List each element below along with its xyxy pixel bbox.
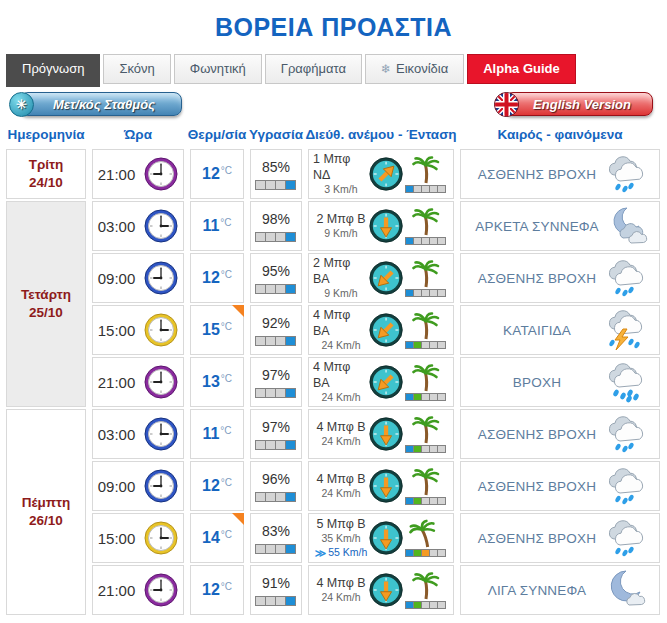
weather-label: ΑΣΘΕΝΗΣ ΒΡΟΧΗ <box>471 271 603 286</box>
weather-label: ΑΣΘΕΝΗΣ ΒΡΟΧΗ <box>471 167 603 182</box>
tab-1[interactable]: Πρόγνωση <box>6 54 100 87</box>
wind-bft-label: 4 Μπφ Β <box>316 471 365 487</box>
compass-icon <box>369 519 403 557</box>
temp-value: 15 <box>202 321 220 339</box>
humidity-value: 83% <box>262 523 290 539</box>
humidity-bar <box>256 284 296 294</box>
time-cell: 21:00 <box>92 149 184 199</box>
wind-intensity-bar <box>406 185 446 193</box>
wind-speed-label: 3 Km/h <box>324 183 357 197</box>
clock-icon <box>144 209 178 243</box>
compass-icon <box>369 415 403 453</box>
humidity-bar <box>256 596 296 606</box>
station-button-label: Μετ/κός Σταθμός <box>53 97 155 112</box>
compass-icon <box>369 571 403 609</box>
wind-bft-label: 4 Μπφ ΒΑ <box>313 359 369 392</box>
humidity-value: 96% <box>262 471 290 487</box>
weather-cell: ΑΣΘΕΝΗΣ ΒΡΟΧΗ <box>460 409 660 459</box>
weather-cell: ΚΑΤΑΙΓΙΔΑ <box>460 305 660 355</box>
tab-4[interactable]: Γραφήματα <box>265 54 362 84</box>
humidity-bar <box>256 180 296 190</box>
header-weather: Καιρός - φαινόμενα <box>460 121 660 147</box>
time-label: 21:00 <box>98 374 136 391</box>
compass-icon <box>369 467 403 505</box>
wind-gust: ≫55 Km/h <box>315 546 368 560</box>
temperature-cell: 15 °C <box>190 305 244 355</box>
tab-label: Φωνητική <box>190 61 246 76</box>
wind-gust-label: 55 Km/h <box>328 546 367 560</box>
temperature-cell: 13 °C <box>190 357 244 407</box>
humidity-cell: 92% <box>250 305 302 355</box>
palm-tree-icon <box>412 156 440 184</box>
clock-icon <box>144 313 178 347</box>
wind-cell: 4 Μπφ Β 24 Km/h <box>308 461 454 511</box>
weather-label: ΒΡΟΧΗ <box>471 375 603 390</box>
wind-speed-label: 24 Km/h <box>321 487 360 501</box>
temp-unit: °C <box>221 373 232 384</box>
temp-value: 11 <box>202 217 219 235</box>
humidity-value: 85% <box>262 159 290 175</box>
humidity-bar <box>256 336 296 346</box>
palm-tree-icon <box>412 364 440 392</box>
uk-flag-icon <box>494 92 519 117</box>
header-date: Ημερομηνία <box>6 121 86 147</box>
tab-label: Σκόνη <box>119 61 154 76</box>
date-cell: Τετάρτη 25/10 <box>6 201 86 407</box>
snowflake-icon: ❄ <box>381 62 391 76</box>
weather-label: ΚΑΤΑΙΓΙΔΑ <box>471 323 603 338</box>
temp-value: 12 <box>202 165 220 183</box>
moon-icon <box>603 569 649 611</box>
clock-icon <box>144 573 178 607</box>
weather-cell: ΒΡΟΧΗ <box>460 357 660 407</box>
humidity-cell: 98% <box>250 201 302 251</box>
wind-intensity-bar <box>406 497 446 505</box>
wind-cell: 2 Μπφ Β 9 Km/h <box>308 201 454 251</box>
max-temp-marker <box>232 513 244 525</box>
tab-5[interactable]: ❄ Εικονίδια <box>365 54 464 84</box>
temperature-cell: 12 °C <box>190 461 244 511</box>
wind-speed-label: 9 Km/h <box>324 227 357 241</box>
wind-bft-label: 1 Μπφ ΝΔ <box>313 151 369 184</box>
time-label: 03:00 <box>98 218 136 235</box>
humidity-value: 97% <box>262 419 290 435</box>
humidity-bar <box>256 544 296 554</box>
clock-icon <box>144 417 178 451</box>
weather-cell: ΑΣΘΕΝΗΣ ΒΡΟΧΗ <box>460 149 660 199</box>
english-version-button[interactable]: English Version <box>505 92 653 116</box>
palm-tree-icon <box>412 312 440 340</box>
temp-unit: °C <box>221 477 232 488</box>
weather-label: ΑΣΘΕΝΗΣ ΒΡΟΧΗ <box>471 427 603 442</box>
time-label: 15:00 <box>98 530 136 547</box>
tab-bar: Πρόγνωση Σκόνη Φωνητική Γραφήματα ❄ Εικο… <box>0 53 667 84</box>
tab-3[interactable]: Φωνητική <box>174 54 262 84</box>
light-rain-icon <box>603 465 649 507</box>
wind-cell: 4 Μπφ ΒΑ 24 Km/h <box>308 305 454 355</box>
time-cell: 15:00 <box>92 513 184 563</box>
wind-bft-label: 4 Μπφ Β <box>316 575 365 591</box>
time-cell: 03:00 <box>92 409 184 459</box>
station-button[interactable]: ✳ Μετ/κός Σταθμός <box>20 92 182 116</box>
tab-6[interactable]: Alpha Guide <box>467 54 576 84</box>
day-name: Τρίτη <box>29 156 64 174</box>
temperature-cell: 14 °C <box>190 513 244 563</box>
temperature-cell: 12 °C <box>190 253 244 303</box>
humidity-value: 97% <box>262 367 290 383</box>
day-date: 24/10 <box>29 174 63 192</box>
temp-unit: °C <box>221 269 232 280</box>
weather-label: ΑΡΚΕΤΑ ΣΥΝΝΕΦΑ <box>471 219 603 234</box>
wind-intensity-bar <box>406 393 446 401</box>
tab-2[interactable]: Σκόνη <box>103 54 170 84</box>
wind-intensity-bar <box>406 445 446 453</box>
palm-tree-icon <box>412 208 440 236</box>
humidity-cell: 97% <box>250 357 302 407</box>
palm-tree-icon <box>406 517 441 552</box>
time-cell: 21:00 <box>92 357 184 407</box>
compass-icon <box>369 363 403 401</box>
light-rain-icon <box>603 257 649 299</box>
compass-icon <box>369 207 403 245</box>
temp-unit: °C <box>221 321 232 332</box>
actions-row: ✳ Μετ/κός Σταθμός English Version <box>0 84 667 120</box>
humidity-bar <box>256 388 296 398</box>
humidity-cell: 96% <box>250 461 302 511</box>
palm-tree-icon <box>412 416 440 444</box>
